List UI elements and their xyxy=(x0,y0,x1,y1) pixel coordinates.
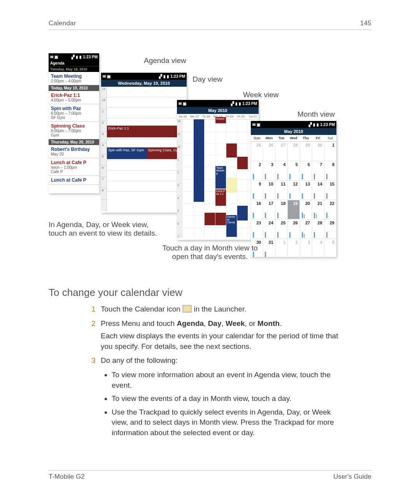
day-date-header: Wednesday, May 19, 2010 xyxy=(101,80,187,87)
month-day-cell[interactable]: 2 xyxy=(251,161,263,180)
month-day-cell[interactable]: 26 xyxy=(287,219,299,239)
month-day-cell[interactable]: 14 xyxy=(312,180,324,200)
bullet-3: Use the Trackpad to quickly select event… xyxy=(112,406,340,440)
agenda-subtitle: Tuesday, May 18, 2010 xyxy=(49,66,99,72)
month-day-cell[interactable]: 31 xyxy=(263,239,275,258)
month-day-cell[interactable]: 24 xyxy=(263,219,275,239)
bullet-2: To view the events of a day in Month vie… xyxy=(112,392,340,406)
month-day-cell[interactable]: 28 xyxy=(312,219,324,239)
month-day-cell[interactable]: 5 xyxy=(324,239,336,258)
signal-bars-icon: ▮ xyxy=(163,74,166,79)
month-day-cell[interactable]: 27 xyxy=(275,142,287,161)
month-day-cell[interactable]: 6 xyxy=(300,161,312,180)
month-day-cell[interactable]: 18 xyxy=(275,200,287,219)
month-day-cell[interactable]: 3 xyxy=(300,239,312,258)
agenda-item[interactable]: Erick-Paz 1:14:00pm – 5:00pm xyxy=(49,91,99,104)
month-day-cell[interactable]: 22 xyxy=(324,200,336,219)
month-day-cell[interactable]: 5 xyxy=(287,161,299,180)
week-event[interactable]: Team Meetin g xyxy=(215,166,226,189)
kw-week: Week xyxy=(226,319,245,327)
signal-3g-icon: ▞ xyxy=(231,102,234,106)
sep: , or xyxy=(245,319,257,327)
month-day-cell[interactable]: 3 xyxy=(263,161,275,180)
month-day-cell[interactable]: 9 xyxy=(251,180,263,200)
footer-right: User's Guide xyxy=(333,473,371,481)
week-event[interactable] xyxy=(226,144,237,158)
month-grid[interactable]: 2526272829301234567891011121314151617181… xyxy=(251,142,336,258)
step-1: Touch the Calendar icon in the Launcher. xyxy=(91,304,340,318)
month-day-cell[interactable]: 10 xyxy=(263,180,275,200)
month-day-cell[interactable]: 13 xyxy=(300,180,312,200)
month-day-cell[interactable]: 2 xyxy=(287,239,299,258)
battery-icon: ▮ xyxy=(317,122,319,127)
week-event[interactable] xyxy=(215,213,226,225)
label-agenda: Agenda view xyxy=(144,56,186,65)
week-event[interactable] xyxy=(194,119,204,202)
mail-icon: ✉ xyxy=(103,74,106,79)
month-day-cell[interactable]: 26 xyxy=(263,142,275,161)
month-day-cell[interactable]: 7 xyxy=(312,161,324,180)
week-event[interactable] xyxy=(237,157,248,169)
month-day-cell[interactable]: 27 xyxy=(300,219,312,239)
status-time: 1:23 PM xyxy=(170,74,185,79)
status-bar: ✉▣ ▞▮▮1:23 PM xyxy=(251,121,336,128)
week-grid[interactable]: MeetinRobertTeam Meetin gErick-P az 1:1D… xyxy=(182,119,259,238)
step1-text-a: Touch the Calendar icon xyxy=(101,305,182,313)
week-event[interactable]: Dinner at Caroly xyxy=(226,215,237,237)
month-day-cell[interactable]: 1 xyxy=(275,239,287,258)
signal-bars-icon: ▮ xyxy=(313,122,315,127)
month-day-cell[interactable]: 11 xyxy=(275,180,287,200)
month-day-cell[interactable]: 19 xyxy=(287,200,299,219)
agenda-item-title: Erick-Paz 1:1 xyxy=(51,93,97,98)
month-title: May 2010 xyxy=(251,128,336,135)
month-day-cell[interactable]: 12 xyxy=(287,180,299,200)
chat-icon: ▣ xyxy=(107,74,110,79)
month-day-cell[interactable]: 21 xyxy=(312,200,324,219)
day-body[interactable]: Erick-Paz 1:1Spin with Paz, SF GymSpinni… xyxy=(107,87,187,211)
agenda-item-title: Lunch at Cafe P xyxy=(51,160,97,165)
month-day-cell[interactable]: 28 xyxy=(287,142,299,161)
chat-icon: ▣ xyxy=(183,102,186,106)
month-day-cell[interactable]: 20 xyxy=(300,200,312,219)
month-day-cell[interactable]: 4 xyxy=(275,161,287,180)
month-day-cell[interactable]: 17 xyxy=(263,200,275,219)
week-event[interactable] xyxy=(237,206,248,220)
month-day-cell[interactable]: 30 xyxy=(312,142,324,161)
kw-month: Month xyxy=(257,319,280,327)
caption-left: In Agenda, Day, or Week view, touch an e… xyxy=(49,220,165,238)
month-day-cell[interactable]: 16 xyxy=(251,200,263,219)
week-event[interactable] xyxy=(226,178,237,192)
month-day-cell[interactable]: 15 xyxy=(324,180,336,200)
agenda-item[interactable]: Lunch at Cafe Pnoon – 1:00pmCafe P xyxy=(49,158,99,176)
running-footer: T-Mobile G2 User's Guide xyxy=(49,470,371,481)
agenda-item[interactable]: Robert's BirthdayMay 20 xyxy=(49,145,99,158)
agenda-title: Agenda xyxy=(49,60,99,66)
kw-trackpad2: Trackpad xyxy=(274,418,304,426)
agenda-item[interactable]: Spinning Class6:00pm – 7:00pmGym xyxy=(49,122,99,139)
signal-3g-icon: ▞ xyxy=(72,55,75,59)
week-event[interactable]: Erick-P az 1:1 xyxy=(215,189,226,206)
agenda-item[interactable]: Spin with Paz6:00pm – 7:00pmSF Gym xyxy=(49,104,99,122)
step2-para: Each view displays the events in your ca… xyxy=(101,332,338,350)
month-day-cell[interactable]: 29 xyxy=(300,142,312,161)
agenda-item-title: Team Meeting xyxy=(51,74,97,79)
step3-bullets: To view more information about an event … xyxy=(101,368,340,440)
day-event[interactable]: Spin with Paz, SF Gym xyxy=(107,147,149,159)
month-day-cell[interactable]: 4 xyxy=(312,239,324,258)
month-day-cell[interactable]: 8 xyxy=(324,161,336,180)
month-day-cell[interactable]: 29 xyxy=(324,219,336,239)
battery-icon: ▮ xyxy=(239,102,241,106)
section-heading: To change your calendar view xyxy=(49,287,371,299)
agenda-list[interactable]: Team Meeting2:00pm – 4:00pmToday, May 19… xyxy=(49,72,99,185)
month-day-cell[interactable]: 25 xyxy=(275,219,287,239)
month-day-cell[interactable]: 23 xyxy=(251,219,263,239)
week-event[interactable] xyxy=(205,213,215,225)
status-time: 1:23 PM xyxy=(83,55,98,59)
agenda-item-time: 2:00pm – 4:00pm xyxy=(51,79,97,83)
agenda-item[interactable]: Team Meeting2:00pm – 4:00pm xyxy=(49,72,99,85)
month-day-cell[interactable]: 1 xyxy=(324,142,336,161)
kw-day: Day xyxy=(208,319,222,327)
agenda-item[interactable]: Lunch at Cafe P xyxy=(49,176,99,185)
month-day-cell[interactable]: 25 xyxy=(251,142,263,161)
week-event[interactable]: Robert xyxy=(215,117,226,123)
